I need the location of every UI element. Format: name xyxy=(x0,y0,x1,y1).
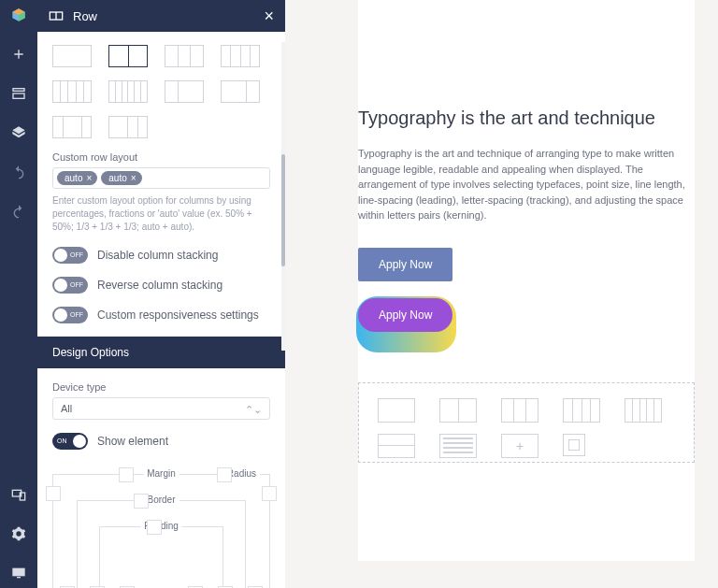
element-2row[interactable] xyxy=(378,434,415,458)
layout-tag[interactable]: auto× xyxy=(57,171,97,185)
element-4col[interactable] xyxy=(563,398,600,423)
apply-now-button-2[interactable]: Apply Now xyxy=(358,298,452,332)
layout-tag[interactable]: auto× xyxy=(101,171,141,185)
disable-stacking-toggle[interactable]: OFF xyxy=(52,247,88,264)
element-5col[interactable] xyxy=(625,398,662,423)
panel-title: Row xyxy=(73,9,97,23)
device-type-label: Device type xyxy=(52,381,270,393)
template-icon[interactable] xyxy=(11,86,26,101)
layout-4col[interactable] xyxy=(221,45,260,67)
scrollbar-thumb[interactable] xyxy=(281,154,285,266)
svg-rect-0 xyxy=(13,89,24,92)
paragraph[interactable]: Typography is the art and technique of a… xyxy=(358,146,695,223)
layout-2-1-1[interactable] xyxy=(108,116,148,138)
toggle-label: Disable column stacking xyxy=(97,249,218,262)
apply-now-button-2-wrap: Apply Now xyxy=(358,298,452,349)
element-placeholder-grid[interactable]: + xyxy=(358,382,695,463)
padding-top-input[interactable] xyxy=(147,520,162,535)
margin-top-input[interactable] xyxy=(119,467,134,482)
settings-icon[interactable] xyxy=(11,526,26,541)
element-1col[interactable] xyxy=(378,398,415,423)
row-layout-presets xyxy=(52,45,270,138)
element-add[interactable]: + xyxy=(501,434,538,458)
left-rail xyxy=(0,0,37,588)
layout-1col[interactable] xyxy=(52,45,92,67)
row-icon xyxy=(49,8,64,23)
svg-rect-4 xyxy=(12,568,24,577)
layout-6col[interactable] xyxy=(108,80,148,103)
close-icon[interactable]: × xyxy=(264,7,274,24)
toggle-label: Custom responsiveness settings xyxy=(97,308,259,322)
logo-icon xyxy=(11,7,26,22)
canvas[interactable]: Typography is the art and technique Typo… xyxy=(285,0,718,588)
settings-panel: Row × Custom row layout auto× aut xyxy=(37,0,285,588)
element-3col[interactable] xyxy=(501,398,538,423)
desktop-icon[interactable] xyxy=(11,566,26,581)
element-2col[interactable] xyxy=(439,398,477,423)
element-text[interactable] xyxy=(439,434,477,458)
box-model-control: Margin Radius Border Padding xyxy=(52,463,270,588)
redo-icon[interactable] xyxy=(11,204,26,219)
toggle-label: Show element xyxy=(97,435,168,448)
radius-tl-input[interactable] xyxy=(217,467,232,482)
margin-left-input[interactable] xyxy=(46,486,61,501)
svg-rect-5 xyxy=(17,577,21,578)
undo-icon[interactable] xyxy=(11,165,26,179)
show-element-toggle[interactable]: ON xyxy=(52,433,88,450)
layout-1-2-1[interactable] xyxy=(52,116,92,138)
toggle-label: Reverse column stacking xyxy=(97,279,223,292)
custom-layout-input[interactable]: auto× auto× xyxy=(52,167,270,189)
reverse-stacking-toggle[interactable]: OFF xyxy=(52,277,88,294)
layout-2col[interactable] xyxy=(108,45,148,67)
layout-2-1[interactable] xyxy=(221,80,260,103)
layout-1-2[interactable] xyxy=(165,80,204,103)
layout-3col[interactable] xyxy=(165,45,204,67)
element-single[interactable] xyxy=(563,434,585,456)
caret-icon: ⌃⌄ xyxy=(245,404,262,416)
page-preview: Typography is the art and technique Typo… xyxy=(358,0,695,561)
custom-layout-hint: Enter custom layout option for columns b… xyxy=(52,194,270,234)
responsiveness-toggle[interactable]: OFF xyxy=(52,307,88,323)
remove-tag-icon[interactable]: × xyxy=(86,173,92,183)
layers-icon[interactable] xyxy=(11,125,26,140)
svg-rect-1 xyxy=(13,93,24,98)
heading[interactable]: Typography is the art and technique xyxy=(358,108,695,129)
remove-tag-icon[interactable]: × xyxy=(131,173,136,183)
add-icon[interactable] xyxy=(11,47,26,62)
design-options-section[interactable]: Design Options xyxy=(37,337,285,368)
border-top-input[interactable] xyxy=(134,494,149,509)
layout-5col[interactable] xyxy=(52,80,92,103)
custom-layout-label: Custom row layout xyxy=(52,151,270,163)
apply-now-button-1[interactable]: Apply Now xyxy=(358,248,452,281)
devices-icon[interactable] xyxy=(11,487,26,502)
panel-header: Row × xyxy=(37,0,285,32)
device-type-select[interactable]: All ⌃⌄ xyxy=(52,397,270,420)
margin-right-input[interactable] xyxy=(262,486,277,501)
